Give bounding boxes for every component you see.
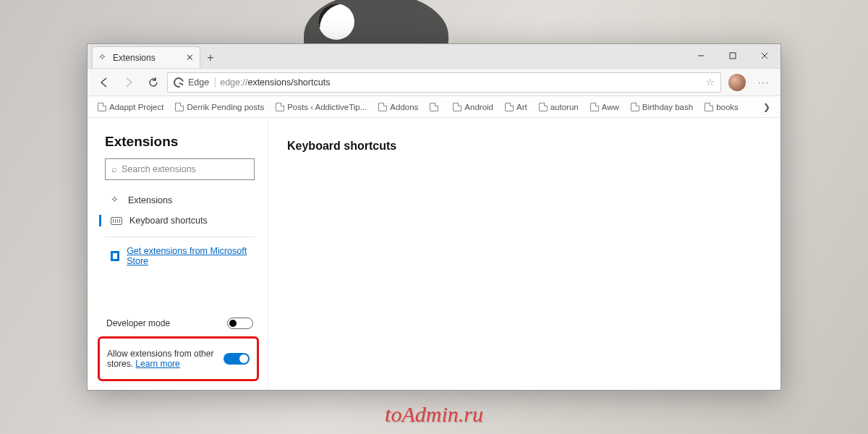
new-tab-button[interactable]: + — [200, 48, 221, 68]
page-icon — [505, 103, 514, 111]
bookmark-item[interactable]: Birthday bash — [626, 101, 697, 113]
bookmarks-overflow-button[interactable]: ❯ — [759, 102, 775, 112]
search-placeholder: Search extensions — [122, 164, 196, 174]
bookmark-item[interactable]: Adappt Project — [93, 101, 168, 113]
svg-rect-1 — [730, 53, 736, 59]
store-link-row: Get extensions from Microsoft Store — [105, 243, 255, 269]
favorite-star-icon[interactable]: ☆ — [706, 77, 715, 88]
main-heading: Keyboard shortcuts — [287, 140, 762, 153]
page-icon — [98, 103, 106, 111]
sidebar-item-shortcuts[interactable]: Keyboard shortcuts — [105, 210, 255, 231]
maximize-button[interactable] — [717, 43, 749, 68]
divider — [105, 237, 255, 237]
address-bar[interactable]: Edge edge://extensions/shortcuts ☆ — [167, 72, 721, 93]
page-icon — [705, 103, 713, 111]
page-title: Extensions — [105, 134, 255, 150]
close-window-button[interactable] — [749, 43, 780, 68]
developer-mode-row: Developer mode — [105, 312, 255, 335]
developer-mode-label: Developer mode — [106, 318, 170, 328]
sidebar-item-extensions[interactable]: Extensions — [105, 190, 255, 210]
page-icon — [430, 103, 438, 111]
page-icon — [378, 103, 387, 111]
url-text: edge://extensions/shortcuts — [220, 77, 330, 88]
bookmark-item[interactable]: autorun — [535, 101, 583, 113]
tab-title: Extensions — [113, 53, 156, 63]
edge-icon — [171, 75, 185, 89]
main-pane: Keyboard shortcuts — [268, 118, 780, 390]
store-icon — [111, 251, 119, 261]
bookmark-item[interactable]: Posts ‹ AddictiveTip... — [271, 101, 371, 113]
bookmark-item[interactable] — [425, 101, 446, 113]
search-icon: ⌕ — [111, 164, 117, 174]
page-icon — [631, 103, 639, 111]
search-input[interactable]: ⌕ Search extensions — [105, 158, 255, 180]
highlight-annotation: Allow extensions from other stores. Lear… — [98, 336, 259, 381]
more-menu-button[interactable]: ··· — [753, 77, 775, 88]
profile-avatar[interactable] — [728, 74, 746, 91]
extensions-icon — [98, 53, 109, 63]
bookmark-item[interactable]: Android — [448, 101, 498, 113]
extensions-icon — [111, 195, 121, 205]
bookmark-item[interactable]: Addons — [374, 101, 422, 113]
bookmark-item[interactable]: Derrik Pending posts — [171, 101, 268, 113]
page-icon — [175, 103, 184, 111]
page-icon — [453, 103, 461, 111]
sidebar: Extensions ⌕ Search extensions Extension… — [88, 118, 268, 390]
bookmark-item[interactable]: Aww — [586, 101, 624, 113]
close-tab-icon[interactable]: ✕ — [186, 52, 194, 63]
page-icon — [276, 103, 284, 111]
browser-tab[interactable]: Extensions ✕ — [92, 46, 200, 68]
allow-other-stores-toggle[interactable] — [224, 353, 250, 365]
page-icon — [539, 103, 548, 111]
developer-mode-toggle[interactable] — [227, 318, 253, 329]
learn-more-link[interactable]: Learn more — [135, 359, 179, 369]
forward-button[interactable] — [118, 72, 140, 93]
refresh-button[interactable] — [142, 72, 164, 93]
content-area: Extensions ⌕ Search extensions Extension… — [88, 118, 780, 390]
watermark-text: toAdmin.ru — [385, 402, 483, 427]
window-controls — [685, 43, 780, 68]
back-button[interactable] — [93, 72, 115, 93]
titlebar: Extensions ✕ + — [88, 44, 780, 69]
browser-window: Extensions ✕ + Edge edge://extensions/sh… — [87, 43, 781, 391]
bookmark-item[interactable]: Art — [501, 101, 532, 113]
allow-other-stores-label: Allow extensions from other stores. Lear… — [107, 349, 218, 369]
toolbar: Edge edge://extensions/shortcuts ☆ ··· — [88, 69, 780, 96]
keyboard-icon — [111, 217, 122, 225]
bookmarks-bar: Adappt Project Derrik Pending posts Post… — [88, 96, 780, 118]
bookmark-item[interactable]: books — [700, 101, 743, 113]
scheme-label: Edge — [188, 77, 216, 88]
page-icon — [590, 103, 599, 111]
microsoft-store-link[interactable]: Get extensions from Microsoft Store — [127, 246, 252, 266]
minimize-button[interactable] — [685, 43, 717, 68]
sidebar-item-label: Extensions — [128, 195, 172, 205]
allow-other-stores-row: Allow extensions from other stores. Lear… — [106, 343, 251, 375]
sidebar-item-label: Keyboard shortcuts — [129, 216, 208, 226]
